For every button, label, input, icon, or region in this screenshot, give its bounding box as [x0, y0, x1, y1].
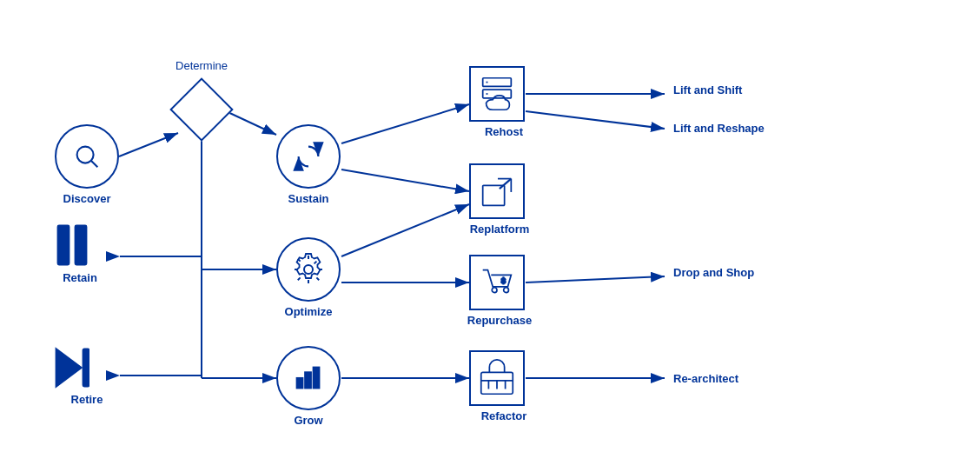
discover-label: Discover — [55, 192, 119, 205]
discover-icon — [70, 140, 103, 173]
rehost-icon — [476, 73, 518, 115]
svg-line-8 — [341, 104, 469, 143]
sustain-node — [276, 124, 341, 189]
retain-icon — [55, 224, 89, 268]
svg-point-38 — [504, 288, 509, 293]
svg-point-21 — [304, 265, 313, 274]
grow-label: Grow — [276, 414, 341, 427]
svg-line-2 — [119, 133, 178, 156]
refactor-icon — [476, 357, 518, 399]
svg-line-9 — [341, 170, 469, 191]
sustain-label: Sustain — [276, 192, 341, 205]
determine-node — [169, 77, 234, 142]
retire-icon — [55, 346, 89, 389]
retain-node — [55, 224, 89, 271]
optimize-label: Optimize — [276, 305, 341, 318]
lift-reshape-label: Lift and Reshape — [673, 122, 765, 135]
optimize-icon — [291, 252, 326, 287]
drop-shop-label: Drop and Shop — [673, 266, 754, 279]
retire-label: Retire — [55, 393, 119, 406]
repurchase-label: Repurchase — [460, 314, 539, 327]
svg-marker-27 — [56, 349, 81, 386]
rehost-label: Rehost — [469, 125, 539, 138]
repurchase-node: $ — [469, 255, 525, 310]
svg-text:$: $ — [501, 276, 507, 285]
grow-icon — [292, 362, 325, 395]
rehost-node — [469, 66, 525, 122]
svg-rect-26 — [76, 226, 86, 264]
grow-node — [276, 346, 341, 410]
optimize-node — [276, 237, 341, 302]
svg-rect-24 — [314, 368, 320, 389]
svg-line-14 — [526, 111, 665, 129]
repurchase-icon: $ — [476, 262, 518, 303]
determine-label: Determine — [167, 59, 236, 72]
replatform-node — [469, 163, 525, 219]
discover-node — [55, 124, 119, 189]
svg-line-15 — [526, 276, 665, 282]
svg-rect-22 — [297, 378, 303, 388]
svg-line-20 — [91, 161, 98, 168]
diagram-container: Discover Determine Sustain Optimize Grow — [0, 0, 980, 452]
svg-line-36 — [500, 179, 511, 189]
lift-shift-label: Lift and Shift — [673, 83, 742, 96]
svg-point-37 — [492, 288, 497, 293]
svg-line-3 — [224, 110, 276, 135]
svg-line-10 — [341, 204, 469, 256]
svg-rect-23 — [305, 372, 311, 388]
replatform-label: Replatform — [460, 223, 539, 236]
refactor-node — [469, 350, 525, 406]
refactor-label: Refactor — [469, 409, 539, 422]
svg-rect-28 — [83, 349, 89, 386]
retain-label: Retain — [48, 271, 112, 284]
svg-rect-25 — [58, 226, 69, 264]
retire-node — [55, 346, 89, 393]
replatform-icon — [476, 170, 518, 212]
re-architect-label: Re-architect — [673, 372, 738, 385]
sustain-icon — [292, 140, 325, 173]
